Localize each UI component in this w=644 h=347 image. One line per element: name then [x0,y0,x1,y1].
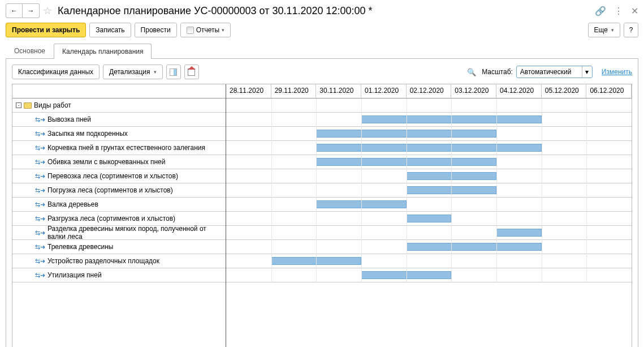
task-icon: ⇆➜ [35,187,45,194]
nav-forward-button[interactable]: → [23,3,40,18]
task-icon: ⇆➜ [35,272,45,279]
change-link[interactable]: Изменить [602,68,632,76]
help-button[interactable]: ? [624,23,638,37]
gantt-bar-row [226,155,632,169]
date-header-cell: 28.11.2020 [226,84,271,98]
gantt-bar-row [226,212,632,226]
date-header-cell: 30.11.2020 [316,84,361,98]
home-icon [188,68,195,76]
task-label: Обивка земли с выкорчеванных пней [47,158,166,166]
task-icon: ⇆➜ [35,158,45,166]
data-classification-button[interactable]: Классификация данных [12,65,100,79]
post-and-close-button[interactable]: Провести и закрыть [6,23,86,37]
gantt-task-row[interactable]: ⇆➜ Корчевка пней в грунтах естественного… [12,141,226,155]
gantt-bar[interactable] [496,229,542,237]
gantt-bar-row [226,240,632,254]
gantt-task-row[interactable]: ⇆➜ Трелевка древесины [12,240,226,254]
gantt-bar[interactable] [407,215,452,222]
date-header-cell: 02.12.2020 [407,84,452,98]
task-label: Корчевка пней в грунтах естественного за… [47,144,205,152]
gantt-task-row[interactable]: ⇆➜ Утилизация пней [12,268,226,282]
gantt-bar-row [226,169,632,183]
gantt-bar-row [226,198,632,212]
close-icon[interactable]: ✕ [631,6,638,16]
home-button[interactable] [184,65,199,79]
task-icon: ⇆➜ [35,201,45,208]
task-label: Устройство разделочных площадок [47,257,159,265]
save-button[interactable]: Записать [89,23,131,37]
gantt-task-row[interactable]: ⇆➜ Обивка земли с выкорчеванных пней [12,155,226,169]
reports-button[interactable]: Отчеты ▾ [180,23,231,37]
gantt-bar-row [226,226,632,240]
chevron-down-icon: ▾ [154,69,157,75]
detailing-button[interactable]: Детализация ▾ [103,65,162,79]
task-icon: ⇆➜ [35,130,45,138]
task-label: Вывозка пней [47,115,91,123]
task-label: Погрузка леса (сортиментов и хлыстов) [47,186,173,194]
split-view-icon [170,68,177,76]
scale-label: Масштаб: [482,68,513,76]
gantt-bar-row [226,98,632,113]
chevron-down-icon: ▾ [582,66,592,78]
gantt-bar[interactable] [407,243,542,251]
post-button[interactable]: Провести [135,23,177,37]
report-icon [187,27,194,34]
task-icon: ⇆➜ [35,243,45,251]
date-header-cell: 04.12.2020 [496,84,542,98]
tab-planning-calendar[interactable]: Календарь планирования [54,44,152,59]
task-icon: ⇆➜ [35,229,45,237]
gantt-task-row[interactable]: ⇆➜ Устройство разделочных площадок [12,254,226,268]
gantt-bar-row [226,113,632,127]
gantt-task-row[interactable]: ⇆➜ Разделка древесины мягких пород, полу… [12,226,226,240]
gantt-left-header [12,84,226,98]
date-header-cell: 01.12.2020 [361,84,407,98]
date-header-cell: 29.11.2020 [271,84,317,98]
gantt-bar-row [226,127,632,141]
task-label: Разгрузка леса (сортиментов и хлыстов) [47,215,175,222]
task-label: Утилизация пней [47,271,102,279]
gantt-bar-row [226,183,632,198]
task-icon: ⇆➜ [35,144,45,152]
scale-value: Автоматический [520,68,572,76]
nav-back-button[interactable]: ← [6,3,23,18]
task-icon: ⇆➜ [35,116,45,123]
gantt-bar-row [226,254,632,268]
gantt-task-row[interactable]: ⇆➜ Засыпка ям подкоренных [12,127,226,141]
detail-view-button[interactable] [166,65,181,79]
task-icon: ⇆➜ [35,173,45,180]
task-icon: ⇆➜ [35,258,45,265]
folder-icon [24,102,32,109]
gantt-bar-row [226,141,632,155]
date-header-cell: 03.12.2020 [451,84,496,98]
task-label: Перевозка леса (сортиментов и хлыстов) [47,172,178,180]
gantt-task-row[interactable]: ⇆➜ Вывозка пней [12,113,226,127]
gantt-bar[interactable] [316,144,541,152]
root-task-label: Виды работ [34,101,71,109]
task-label: Разделка древесины мягких пород, получен… [47,225,226,241]
task-label: Трелевка древесины [47,243,113,251]
tree-collapse-icon[interactable]: - [16,102,21,108]
reports-label: Отчеты [196,26,219,34]
task-icon: ⇆➜ [35,215,45,222]
task-label: Валка деревьев [47,200,98,208]
date-header-cell: 06.12.2020 [586,84,632,98]
date-header-cell: 05.12.2020 [542,84,587,98]
gantt-root-row[interactable]: - Виды работ [12,98,226,113]
link-icon[interactable]: 🔗 [595,6,606,16]
gantt-task-row[interactable]: ⇆➜ Валка деревьев [12,198,226,212]
page-title: Календарное планирование УС-00000003 от … [58,5,591,17]
gantt-bar-row [226,268,632,282]
gantt-task-row[interactable]: ⇆➜ Погрузка леса (сортиментов и хлыстов) [12,183,226,198]
chevron-down-icon: ▾ [222,27,224,33]
favorite-star-icon[interactable]: ☆ [43,5,52,17]
tab-main[interactable]: Основное [6,43,54,58]
gantt-task-row[interactable]: ⇆➜ Разгрузка леса (сортиментов и хлыстов… [12,212,226,226]
task-label: Засыпка ям подкоренных [47,130,128,138]
gantt-task-row[interactable]: ⇆➜ Перевозка леса (сортиментов и хлыстов… [12,169,226,183]
more-button[interactable]: Еще ▾ [588,23,620,37]
search-icon[interactable]: 🔍 [467,68,476,76]
kebab-menu-icon[interactable]: ⋮ [614,6,623,16]
chevron-down-icon: ▾ [611,27,614,33]
gantt-chart: - Виды работ⇆➜ Вывозка пней⇆➜ Засыпка ям… [12,84,632,347]
scale-select[interactable]: Автоматический ▾ [516,66,593,78]
